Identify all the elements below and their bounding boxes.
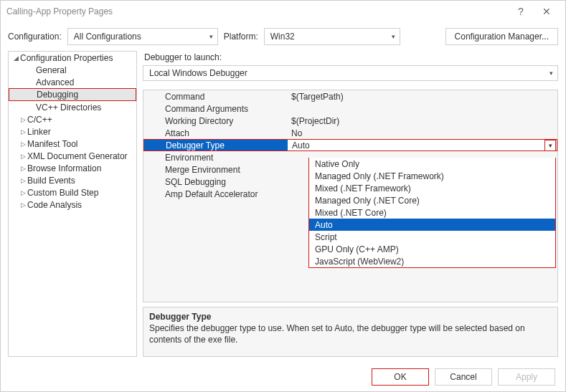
prop-row-command[interactable]: Command$(TargetPath) <box>143 90 557 102</box>
config-manager-button[interactable]: Configuration Manager... <box>445 28 558 45</box>
prop-row-command-arguments[interactable]: Command Arguments <box>143 102 557 115</box>
property-pages-window: Calling-App Property Pages ? ✕ Configura… <box>0 0 566 392</box>
tree-expand-icon[interactable]: ▷ <box>19 153 27 160</box>
tree-item-general[interactable]: General <box>9 64 136 76</box>
prop-row-debugger-type[interactable]: Debugger TypeAuto▾ <box>143 139 557 151</box>
nav-tree[interactable]: ◢ Configuration Properties GeneralAdvanc… <box>8 51 137 357</box>
tree-expand-icon[interactable]: ▷ <box>19 177 27 184</box>
prop-name: Debugger Type <box>144 140 288 150</box>
tree-expand-icon[interactable]: ▷ <box>19 201 27 209</box>
tree-item-label: Browse Information <box>27 163 101 173</box>
config-toolbar: Configuration: All Configurations ▾ Plat… <box>1 22 565 51</box>
cancel-button[interactable]: Cancel <box>435 368 492 386</box>
dropdown-option-managed-only-net-core-[interactable]: Managed Only (.NET Core) <box>309 194 555 206</box>
prop-name: Attach <box>143 128 287 138</box>
tree-item-build-events[interactable]: ▷Build Events <box>9 174 136 186</box>
prop-row-working-directory[interactable]: Working Directory$(ProjectDir) <box>143 115 557 127</box>
tree-item-browse-information[interactable]: ▷Browse Information <box>9 162 136 174</box>
description-title: Debugger Type <box>149 312 552 322</box>
tree-collapse-icon[interactable]: ◢ <box>11 54 20 62</box>
tree-item-manifest-tool[interactable]: ▷Manifest Tool <box>9 138 136 150</box>
chevron-down-icon: ▾ <box>550 70 553 77</box>
tree-item-code-analysis[interactable]: ▷Code Analysis <box>9 199 136 211</box>
description-text: Specifies the debugger type to use. When… <box>149 323 552 345</box>
property-grid[interactable]: Command$(TargetPath)Command ArgumentsWor… <box>143 90 558 302</box>
tree-expand-icon[interactable]: ▷ <box>19 128 27 135</box>
description-box: Debugger Type Specifies the debugger typ… <box>143 307 558 357</box>
dropdown-option-mixed-net-framework-[interactable]: Mixed (.NET Framework) <box>309 182 555 194</box>
prop-value: $(TargetPath) <box>287 92 557 102</box>
tree-item-c-c-[interactable]: ▷C/C++ <box>9 113 136 125</box>
titlebar: Calling-App Property Pages ? ✕ <box>1 1 565 22</box>
prop-name: Command Arguments <box>143 104 287 114</box>
window-title: Calling-App Property Pages <box>6 6 113 16</box>
dropdown-option-gpu-only-c-amp-[interactable]: GPU Only (C++ AMP) <box>309 243 555 255</box>
tree-item-label: Manifest Tool <box>27 139 77 149</box>
tree-item-label: Advanced <box>36 77 74 87</box>
tree-item-label: C/C++ <box>27 115 52 125</box>
dropdown-option-script[interactable]: Script <box>309 231 555 243</box>
tree-root[interactable]: ◢ Configuration Properties <box>9 52 136 64</box>
prop-value: $(ProjectDir) <box>287 116 557 126</box>
prop-name: Amp Default Accelerator <box>143 189 287 199</box>
config-combo[interactable]: All Configurations ▾ <box>67 28 218 45</box>
tree-item-label: Code Analysis <box>27 200 82 210</box>
config-label: Configuration: <box>8 32 62 42</box>
tree-item-label: VC++ Directories <box>36 102 101 113</box>
right-panel: Debugger to launch: Local Windows Debugg… <box>143 51 558 357</box>
chevron-down-icon: ▾ <box>392 33 395 40</box>
prop-name: SQL Debugging <box>143 177 287 187</box>
apply-button[interactable]: Apply <box>498 368 555 386</box>
dropdown-option-javascript-webview2-[interactable]: JavaScript (WebView2) <box>309 255 555 267</box>
prop-name: Command <box>143 92 287 102</box>
platform-value: Win32 <box>270 32 295 42</box>
dropdown-option-auto[interactable]: Auto <box>309 219 555 231</box>
debugger-launch-combo[interactable]: Local Windows Debugger ▾ <box>143 65 558 81</box>
config-value: All Configurations <box>74 32 141 42</box>
tree-item-xml-document-generator[interactable]: ▷XML Document Generator <box>9 150 136 162</box>
tree-item-linker[interactable]: ▷Linker <box>9 125 136 138</box>
prop-name: Working Directory <box>143 116 287 126</box>
tree-expand-icon[interactable]: ▷ <box>19 189 27 196</box>
prop-name: Merge Environment <box>143 165 287 175</box>
tree-item-label: Custom Build Step <box>27 188 98 198</box>
help-button[interactable]: ? <box>508 6 534 17</box>
tree-item-label: General <box>36 65 67 75</box>
dropdown-option-mixed-net-core-[interactable]: Mixed (.NET Core) <box>309 206 555 219</box>
prop-name: Environment <box>143 153 287 163</box>
tree-expand-icon[interactable]: ▷ <box>19 116 27 123</box>
prop-value-cell[interactable]: Auto▾ <box>288 140 557 150</box>
tree-expand-icon[interactable]: ▷ <box>19 165 27 172</box>
close-button[interactable]: ✕ <box>534 6 560 17</box>
prop-value: Auto <box>292 140 544 150</box>
debugger-launch-label: Debugger to launch: <box>144 52 558 62</box>
tree-item-label: Build Events <box>27 176 75 186</box>
tree-item-label: Debugging <box>37 90 78 100</box>
platform-combo[interactable]: Win32 ▾ <box>264 28 400 45</box>
chevron-down-icon: ▾ <box>209 33 213 40</box>
prop-row-attach[interactable]: AttachNo <box>143 127 557 139</box>
debugger-launch-value: Local Windows Debugger <box>149 68 247 78</box>
debugger-type-dropdown[interactable]: Native OnlyManaged Only (.NET Framework)… <box>308 158 556 268</box>
tree-item-label: XML Document Generator <box>27 151 128 161</box>
tree-item-debugging[interactable]: Debugging <box>9 88 136 101</box>
prop-value: No <box>287 128 557 138</box>
tree-item-custom-build-step[interactable]: ▷Custom Build Step <box>9 186 136 199</box>
tree-item-label: Linker <box>27 127 51 137</box>
platform-label: Platform: <box>224 32 258 42</box>
dropdown-toggle-button[interactable]: ▾ <box>544 140 556 151</box>
tree-item-vc-directories[interactable]: VC++ Directories <box>9 101 136 113</box>
ok-button[interactable]: OK <box>372 368 429 386</box>
tree-item-advanced[interactable]: Advanced <box>9 76 136 88</box>
dialog-footer: OK Cancel Apply <box>1 363 565 391</box>
tree-expand-icon[interactable]: ▷ <box>19 140 27 148</box>
dropdown-option-managed-only-net-framework-[interactable]: Managed Only (.NET Framework) <box>309 170 555 182</box>
dropdown-option-native-only[interactable]: Native Only <box>309 158 555 170</box>
